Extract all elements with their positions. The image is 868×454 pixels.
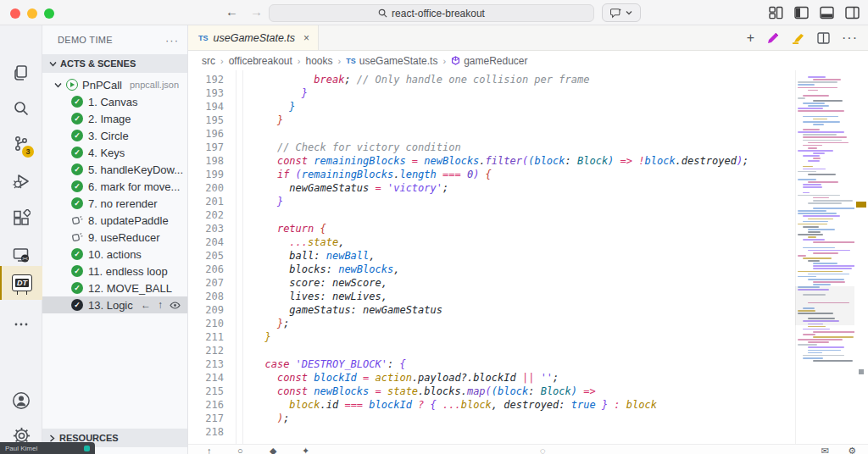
- code-line-209[interactable]: 209 gameStatus: newGameStatus: [188, 303, 868, 317]
- code-line-200[interactable]: 200 newGameStatus = 'victory';: [188, 181, 868, 195]
- code-line-218[interactable]: 218: [188, 425, 868, 439]
- zoom-window-button[interactable]: [44, 8, 54, 19]
- overview-ruler: [854, 70, 868, 444]
- code-line-193[interactable]: 193 }: [188, 86, 868, 100]
- preview-eye-icon[interactable]: [170, 302, 181, 309]
- demo-step-13-logic[interactable]: ✓13. Logic←↑: [42, 296, 187, 313]
- activity-more[interactable]: [0, 309, 42, 343]
- highlighter-icon[interactable]: [792, 31, 805, 45]
- demo-step-4-keys[interactable]: ✓4. Keys: [42, 144, 187, 161]
- code-line-202[interactable]: 202: [188, 208, 868, 222]
- pen-annotation-icon[interactable]: [766, 31, 780, 45]
- statusbar-icon[interactable]: ✉: [821, 446, 829, 454]
- nav-back-icon[interactable]: ←: [225, 4, 238, 19]
- demo-step-6-mark-for-move-[interactable]: ✓6. mark for move...: [42, 178, 187, 195]
- demo-step-11-endless-loop[interactable]: ✓11. endless loop: [42, 263, 187, 280]
- demo-step-3-circle[interactable]: ✓3. Circle: [42, 127, 187, 144]
- code-line-197[interactable]: 197 // Check for victory condition: [188, 141, 868, 154]
- breadcrumb-item-hooks[interactable]: hooks: [306, 55, 333, 67]
- nav-forward-icon[interactable]: →: [250, 4, 263, 19]
- code-line-196[interactable]: 196: [188, 127, 868, 141]
- statusbar-icon[interactable]: ✦: [302, 446, 309, 454]
- play-demo-icon: [66, 79, 78, 91]
- move-up-icon[interactable]: ↑: [158, 299, 163, 311]
- editor-more-actions-button[interactable]: ···: [842, 30, 858, 46]
- code-line-204[interactable]: 204 ...state,: [188, 235, 868, 249]
- move-left-icon[interactable]: ←: [141, 299, 151, 311]
- step-label: 6. mark for move...: [88, 180, 180, 193]
- copilot-menu-button[interactable]: [602, 3, 641, 22]
- code-line-206[interactable]: 206 blocks: newBlocks,: [188, 263, 868, 276]
- code-editor[interactable]: 192 break; // Only handle one collision …: [188, 70, 868, 444]
- code-line-210[interactable]: 210 };: [188, 317, 868, 330]
- breadcrumb-item-officebreakout[interactable]: officebreakout: [229, 55, 292, 67]
- line-number: 195: [188, 114, 224, 127]
- code-line-198[interactable]: 198 const remainingBlocks = newBlocks.fi…: [188, 154, 868, 168]
- line-number: 209: [188, 303, 224, 317]
- step-check-dark-icon: ✓: [71, 299, 83, 311]
- demo-item-pnpcall[interactable]: PnPCall pnpcall.json: [42, 76, 187, 93]
- code-line-212[interactable]: 212: [188, 344, 868, 357]
- code-line-194[interactable]: 194 }: [188, 100, 868, 114]
- line-number: 213: [188, 357, 224, 371]
- demo-step-9-usereducer[interactable]: 9. useReducer: [42, 229, 187, 246]
- minimap-line: [803, 334, 815, 335]
- code-line-205[interactable]: 205 ball: newBall,: [188, 249, 868, 263]
- code-line-215[interactable]: 215 const newBlocks = state.blocks.map((…: [188, 385, 868, 398]
- statusbar-icon[interactable]: ◌: [540, 446, 546, 454]
- close-window-button[interactable]: [10, 8, 20, 19]
- minimize-window-button[interactable]: [27, 8, 37, 19]
- activity-source-control[interactable]: 3: [0, 129, 42, 163]
- toggle-panel-icon[interactable]: [820, 6, 834, 19]
- tab-usegamestate[interactable]: TS useGameState.ts ×: [188, 25, 319, 50]
- demo-step-10-actions[interactable]: ✓10. actions: [42, 246, 187, 263]
- minimap-line: [813, 360, 853, 362]
- code-line-192[interactable]: 192 break; // Only handle one collision …: [188, 73, 868, 86]
- minimap-line: [813, 252, 838, 254]
- add-demo-step-button[interactable]: +: [747, 30, 754, 46]
- demo-step-5-handlekeydow-[interactable]: ✓5. handleKeyDow...: [42, 161, 187, 178]
- layout-grid-icon[interactable]: [769, 6, 783, 19]
- code-line-207[interactable]: 207 score: newScore,: [188, 276, 868, 290]
- statusbar-icon[interactable]: ⚙: [848, 446, 856, 454]
- minimap[interactable]: [795, 70, 854, 444]
- minimap-line: [813, 100, 843, 102]
- demo-step-2-image[interactable]: ✓2. Image: [42, 110, 187, 127]
- statusbar-icon[interactable]: ○: [237, 446, 243, 454]
- code-text: case 'DESTROY_BLOCK': {: [224, 357, 406, 371]
- line-number: 214: [188, 371, 224, 385]
- activity-account[interactable]: [0, 385, 42, 419]
- split-editor-icon[interactable]: [817, 32, 830, 44]
- code-line-216[interactable]: 216 block.id === blockId ? { ...block, d…: [188, 398, 868, 412]
- activity-search[interactable]: [0, 93, 42, 127]
- demo-step-7-no-rerender[interactable]: ✓7. no rerender: [42, 195, 187, 212]
- toggle-primary-sidebar-icon[interactable]: [794, 6, 809, 19]
- demo-step-12-move-ball[interactable]: ✓12. MOVE_BALL: [42, 280, 187, 296]
- statusbar-icon[interactable]: ↑: [207, 446, 212, 454]
- line-number: 203: [188, 222, 224, 235]
- breadcrumb-item-gamereducer[interactable]: gameReducer: [451, 55, 527, 67]
- activity-run-debug[interactable]: [0, 166, 42, 200]
- code-line-213[interactable]: 213 case 'DESTROY_BLOCK': {: [188, 357, 868, 371]
- code-line-195[interactable]: 195 }: [188, 114, 868, 127]
- breadcrumb-item-usegamestate-ts[interactable]: TSuseGameState.ts: [346, 55, 437, 67]
- activity-demo-time[interactable]: DT: [0, 266, 42, 300]
- code-line-201[interactable]: 201 }: [188, 195, 868, 208]
- code-line-211[interactable]: 211 }: [188, 330, 868, 344]
- section-acts-and-scenes[interactable]: ACTS & SCENES: [42, 54, 187, 73]
- demo-step-1-canvas[interactable]: ✓1. Canvas: [42, 93, 187, 110]
- close-tab-icon[interactable]: ×: [303, 32, 309, 44]
- breadcrumb-item-src[interactable]: src: [202, 55, 215, 67]
- activity-extensions[interactable]: [0, 203, 42, 237]
- command-center-search[interactable]: react-office-breakout: [269, 4, 594, 22]
- sidebar-more-button[interactable]: ···: [165, 34, 179, 47]
- activity-explorer[interactable]: [0, 58, 42, 91]
- code-line-217[interactable]: 217 );: [188, 412, 868, 425]
- code-line-214[interactable]: 214 const blockId = action.payload?.bloc…: [188, 371, 868, 385]
- code-line-199[interactable]: 199 if (remainingBlocks.length === 0) {: [188, 168, 868, 181]
- code-line-203[interactable]: 203 return {: [188, 222, 868, 235]
- demo-step-8-updatepaddle[interactable]: 8. updatePaddle: [42, 212, 187, 229]
- code-line-208[interactable]: 208 lives: newLives,: [188, 290, 868, 303]
- statusbar-icon[interactable]: ◆: [270, 446, 276, 454]
- toggle-secondary-sidebar-icon[interactable]: [845, 6, 860, 19]
